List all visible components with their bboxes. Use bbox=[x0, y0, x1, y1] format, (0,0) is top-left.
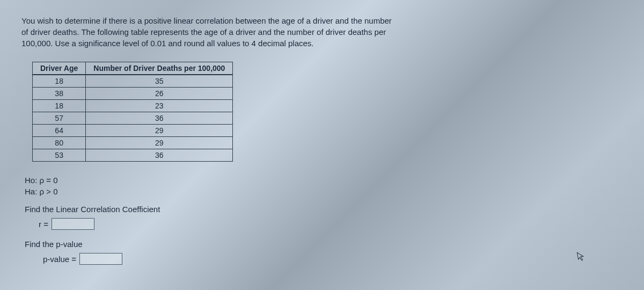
table-row: 57 36 bbox=[33, 112, 233, 125]
cell-deaths: 36 bbox=[86, 112, 233, 125]
pvalue-input-row: p-value = bbox=[43, 253, 623, 265]
table-row: 38 26 bbox=[33, 88, 233, 100]
cell-age: 64 bbox=[33, 125, 86, 137]
problem-statement: You wish to determine if there is a posi… bbox=[21, 15, 590, 49]
col-header-age: Driver Age bbox=[33, 62, 86, 75]
correlation-prompt: Find the Linear Correlation Coefficient bbox=[25, 205, 623, 214]
intro-line-3: 100,000. Use a significance level of 0.0… bbox=[21, 38, 590, 49]
intro-line-1: You wish to determine if there is a posi… bbox=[21, 15, 590, 26]
r-label: r = bbox=[39, 220, 48, 229]
cell-deaths: 29 bbox=[86, 125, 233, 137]
cell-deaths: 23 bbox=[86, 100, 233, 112]
pvalue-label: p-value = bbox=[43, 255, 76, 264]
cell-age: 38 bbox=[33, 88, 86, 100]
cell-age: 18 bbox=[33, 100, 86, 112]
col-header-deaths: Number of Driver Deaths per 100,000 bbox=[86, 62, 233, 75]
cell-deaths: 29 bbox=[86, 137, 233, 149]
r-input-row: r = bbox=[39, 218, 623, 230]
cell-deaths: 36 bbox=[86, 149, 233, 162]
cell-deaths: 26 bbox=[86, 88, 233, 100]
intro-line-2: of driver deaths. The following table re… bbox=[21, 26, 590, 38]
pvalue-input[interactable] bbox=[79, 253, 122, 265]
cell-deaths: 35 bbox=[86, 75, 233, 88]
table-row: 18 23 bbox=[33, 100, 233, 112]
table-row: 18 35 bbox=[33, 75, 233, 88]
alt-hypothesis: Ha: ρ > 0 bbox=[25, 186, 623, 197]
cell-age: 18 bbox=[33, 75, 86, 88]
table-row: 64 29 bbox=[33, 125, 233, 137]
cell-age: 80 bbox=[33, 137, 86, 149]
cell-age: 53 bbox=[33, 149, 86, 162]
data-table: Driver Age Number of Driver Deaths per 1… bbox=[32, 62, 233, 162]
hypotheses: Ho: ρ = 0 Ha: ρ > 0 bbox=[25, 175, 623, 197]
table-row: 53 36 bbox=[33, 149, 233, 162]
cell-age: 57 bbox=[33, 112, 86, 125]
null-hypothesis: Ho: ρ = 0 bbox=[25, 175, 623, 186]
r-input[interactable] bbox=[52, 218, 94, 230]
table-row: 80 29 bbox=[33, 137, 233, 149]
table-header-row: Driver Age Number of Driver Deaths per 1… bbox=[33, 62, 233, 75]
pvalue-prompt: Find the p-value bbox=[25, 240, 623, 249]
